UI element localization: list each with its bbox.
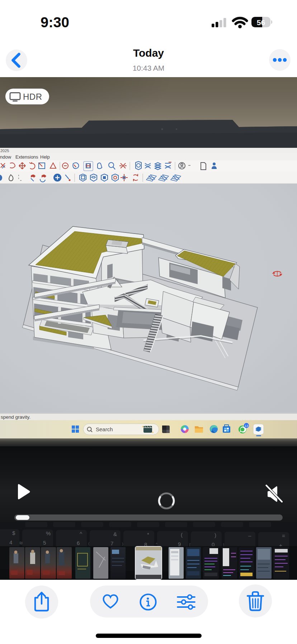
svg-text:&: & [113, 531, 117, 537]
svg-text:=: = [282, 533, 285, 539]
svg-text:): ) [214, 532, 216, 538]
svg-text:–: – [248, 532, 251, 539]
svg-text:₪: ₪ [19, 541, 23, 545]
svg-text:^: ^ [80, 531, 82, 537]
svg-text:*: * [147, 531, 149, 537]
svg-text:7: 7 [110, 540, 113, 546]
svg-text:13: 13 [245, 424, 248, 428]
svg-text:$: $ [12, 530, 15, 536]
svg-text:Search: Search [96, 426, 113, 432]
svg-text:56: 56 [257, 18, 265, 27]
svg-text:4: 4 [9, 539, 12, 545]
svg-text:%: % [46, 530, 51, 536]
svg-text:〉: 〉 [122, 542, 123, 546]
svg-text:(: ( [181, 532, 183, 538]
svg-text:〈: 〈 [88, 541, 90, 546]
svg-text:5: 5 [43, 540, 46, 546]
svg-text:6: 6 [77, 540, 80, 546]
